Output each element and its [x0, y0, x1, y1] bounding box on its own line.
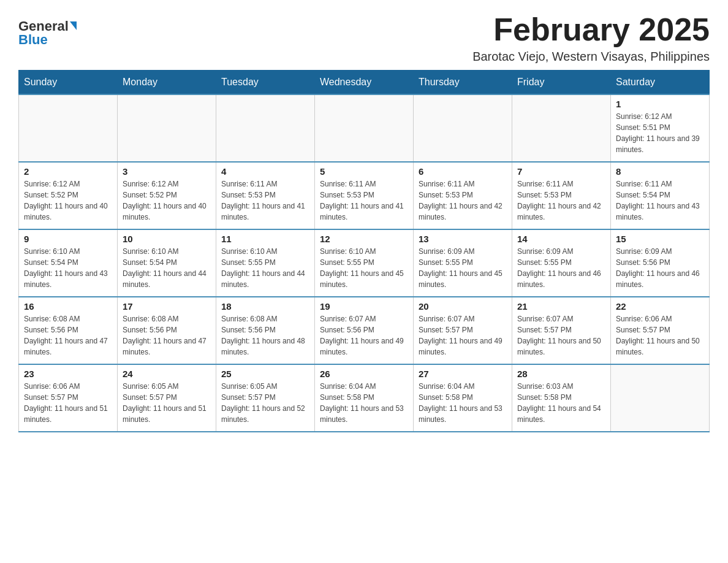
day-number: 20	[419, 301, 507, 312]
calendar-day-cell: 11Sunrise: 6:10 AM Sunset: 5:55 PM Dayli…	[216, 229, 315, 297]
day-info: Sunrise: 6:11 AM Sunset: 5:53 PM Dayligh…	[320, 178, 408, 223]
day-info: Sunrise: 6:06 AM Sunset: 5:57 PM Dayligh…	[616, 313, 704, 358]
day-number: 17	[123, 301, 211, 312]
day-info: Sunrise: 6:09 AM Sunset: 5:55 PM Dayligh…	[517, 246, 605, 290]
day-number: 22	[616, 301, 704, 312]
day-number: 19	[320, 301, 408, 312]
day-header-friday: Friday	[512, 71, 611, 95]
logo-blue-text: Blue	[18, 32, 48, 48]
month-title: February 2025	[472, 12, 710, 47]
calendar-day-cell	[118, 94, 216, 162]
day-number: 26	[320, 369, 408, 379]
day-header-tuesday: Tuesday	[216, 71, 315, 95]
calendar-day-cell	[512, 94, 611, 162]
day-header-wednesday: Wednesday	[315, 71, 414, 95]
day-number: 2	[24, 166, 112, 177]
location-subtitle: Barotac Viejo, Western Visayas, Philippi…	[472, 50, 710, 64]
logo: General Blue	[18, 12, 77, 48]
calendar-day-cell: 5Sunrise: 6:11 AM Sunset: 5:53 PM Daylig…	[315, 162, 414, 229]
day-number: 7	[517, 166, 605, 177]
day-header-thursday: Thursday	[414, 71, 512, 95]
calendar-day-cell	[216, 94, 315, 162]
calendar-day-cell	[414, 94, 512, 162]
day-info: Sunrise: 6:09 AM Sunset: 5:55 PM Dayligh…	[419, 246, 507, 290]
calendar-day-cell: 8Sunrise: 6:11 AM Sunset: 5:54 PM Daylig…	[611, 162, 710, 229]
day-number: 11	[221, 234, 309, 244]
calendar-week-row: 16Sunrise: 6:08 AM Sunset: 5:56 PM Dayli…	[19, 297, 710, 364]
day-number: 15	[616, 234, 704, 244]
day-info: Sunrise: 6:11 AM Sunset: 5:53 PM Dayligh…	[221, 178, 309, 223]
day-number: 6	[419, 166, 507, 177]
day-info: Sunrise: 6:10 AM Sunset: 5:54 PM Dayligh…	[123, 246, 211, 290]
day-number: 28	[517, 369, 605, 379]
calendar-week-row: 23Sunrise: 6:06 AM Sunset: 5:57 PM Dayli…	[19, 364, 710, 432]
day-header-monday: Monday	[118, 71, 216, 95]
day-number: 25	[221, 369, 309, 379]
day-number: 12	[320, 234, 408, 244]
calendar-day-cell	[611, 364, 710, 432]
day-number: 16	[24, 301, 112, 312]
day-number: 24	[123, 369, 211, 379]
calendar-day-cell: 4Sunrise: 6:11 AM Sunset: 5:53 PM Daylig…	[216, 162, 315, 229]
calendar-day-cell: 27Sunrise: 6:04 AM Sunset: 5:58 PM Dayli…	[414, 364, 512, 432]
calendar-day-cell: 6Sunrise: 6:11 AM Sunset: 5:53 PM Daylig…	[414, 162, 512, 229]
day-info: Sunrise: 6:07 AM Sunset: 5:57 PM Dayligh…	[419, 313, 507, 358]
day-info: Sunrise: 6:10 AM Sunset: 5:55 PM Dayligh…	[320, 246, 408, 290]
day-info: Sunrise: 6:05 AM Sunset: 5:57 PM Dayligh…	[123, 381, 211, 425]
day-number: 1	[616, 99, 704, 109]
day-header-sunday: Sunday	[19, 71, 118, 95]
calendar-day-cell: 7Sunrise: 6:11 AM Sunset: 5:53 PM Daylig…	[512, 162, 611, 229]
calendar-day-cell: 26Sunrise: 6:04 AM Sunset: 5:58 PM Dayli…	[315, 364, 414, 432]
day-number: 23	[24, 369, 112, 379]
day-info: Sunrise: 6:12 AM Sunset: 5:52 PM Dayligh…	[24, 178, 112, 223]
calendar-day-cell: 23Sunrise: 6:06 AM Sunset: 5:57 PM Dayli…	[19, 364, 118, 432]
calendar-header-row: SundayMondayTuesdayWednesdayThursdayFrid…	[19, 71, 710, 95]
calendar-day-cell: 21Sunrise: 6:07 AM Sunset: 5:57 PM Dayli…	[512, 297, 611, 364]
day-number: 27	[419, 369, 507, 379]
calendar-day-cell: 2Sunrise: 6:12 AM Sunset: 5:52 PM Daylig…	[19, 162, 118, 229]
calendar-week-row: 2Sunrise: 6:12 AM Sunset: 5:52 PM Daylig…	[19, 162, 710, 229]
calendar-day-cell: 18Sunrise: 6:08 AM Sunset: 5:56 PM Dayli…	[216, 297, 315, 364]
day-info: Sunrise: 6:08 AM Sunset: 5:56 PM Dayligh…	[123, 313, 211, 358]
calendar-day-cell: 19Sunrise: 6:07 AM Sunset: 5:56 PM Dayli…	[315, 297, 414, 364]
day-number: 21	[517, 301, 605, 312]
calendar-day-cell	[19, 94, 118, 162]
calendar-day-cell: 10Sunrise: 6:10 AM Sunset: 5:54 PM Dayli…	[118, 229, 216, 297]
day-info: Sunrise: 6:12 AM Sunset: 5:52 PM Dayligh…	[123, 178, 211, 223]
calendar-week-row: 1Sunrise: 6:12 AM Sunset: 5:51 PM Daylig…	[19, 94, 710, 162]
calendar-day-cell: 17Sunrise: 6:08 AM Sunset: 5:56 PM Dayli…	[118, 297, 216, 364]
calendar-day-cell: 25Sunrise: 6:05 AM Sunset: 5:57 PM Dayli…	[216, 364, 315, 432]
page-header: General Blue February 2025 Barotac Viejo…	[18, 12, 710, 64]
day-number: 14	[517, 234, 605, 244]
calendar-day-cell: 13Sunrise: 6:09 AM Sunset: 5:55 PM Dayli…	[414, 229, 512, 297]
day-info: Sunrise: 6:11 AM Sunset: 5:53 PM Dayligh…	[419, 178, 507, 223]
day-header-saturday: Saturday	[611, 71, 710, 95]
day-info: Sunrise: 6:12 AM Sunset: 5:51 PM Dayligh…	[616, 111, 704, 155]
day-info: Sunrise: 6:10 AM Sunset: 5:55 PM Dayligh…	[221, 246, 309, 290]
day-info: Sunrise: 6:05 AM Sunset: 5:57 PM Dayligh…	[221, 381, 309, 425]
day-number: 13	[419, 234, 507, 244]
day-number: 3	[123, 166, 211, 177]
calendar-day-cell: 24Sunrise: 6:05 AM Sunset: 5:57 PM Dayli…	[118, 364, 216, 432]
day-number: 4	[221, 166, 309, 177]
title-area: February 2025 Barotac Viejo, Western Vis…	[472, 12, 710, 64]
calendar-day-cell: 20Sunrise: 6:07 AM Sunset: 5:57 PM Dayli…	[414, 297, 512, 364]
calendar-day-cell: 14Sunrise: 6:09 AM Sunset: 5:55 PM Dayli…	[512, 229, 611, 297]
calendar-day-cell: 12Sunrise: 6:10 AM Sunset: 5:55 PM Dayli…	[315, 229, 414, 297]
day-info: Sunrise: 6:08 AM Sunset: 5:56 PM Dayligh…	[24, 313, 112, 358]
day-info: Sunrise: 6:09 AM Sunset: 5:56 PM Dayligh…	[616, 246, 704, 290]
calendar-day-cell: 22Sunrise: 6:06 AM Sunset: 5:57 PM Dayli…	[611, 297, 710, 364]
day-info: Sunrise: 6:04 AM Sunset: 5:58 PM Dayligh…	[419, 381, 507, 425]
calendar-table: SundayMondayTuesdayWednesdayThursdayFrid…	[18, 70, 710, 432]
day-info: Sunrise: 6:08 AM Sunset: 5:56 PM Dayligh…	[221, 313, 309, 358]
day-number: 8	[616, 166, 704, 177]
day-number: 9	[24, 234, 112, 244]
calendar-day-cell	[315, 94, 414, 162]
day-number: 10	[123, 234, 211, 244]
day-info: Sunrise: 6:06 AM Sunset: 5:57 PM Dayligh…	[24, 381, 112, 425]
calendar-day-cell: 16Sunrise: 6:08 AM Sunset: 5:56 PM Dayli…	[19, 297, 118, 364]
day-info: Sunrise: 6:07 AM Sunset: 5:57 PM Dayligh…	[517, 313, 605, 358]
day-info: Sunrise: 6:11 AM Sunset: 5:54 PM Dayligh…	[616, 178, 704, 223]
calendar-day-cell: 15Sunrise: 6:09 AM Sunset: 5:56 PM Dayli…	[611, 229, 710, 297]
day-number: 5	[320, 166, 408, 177]
